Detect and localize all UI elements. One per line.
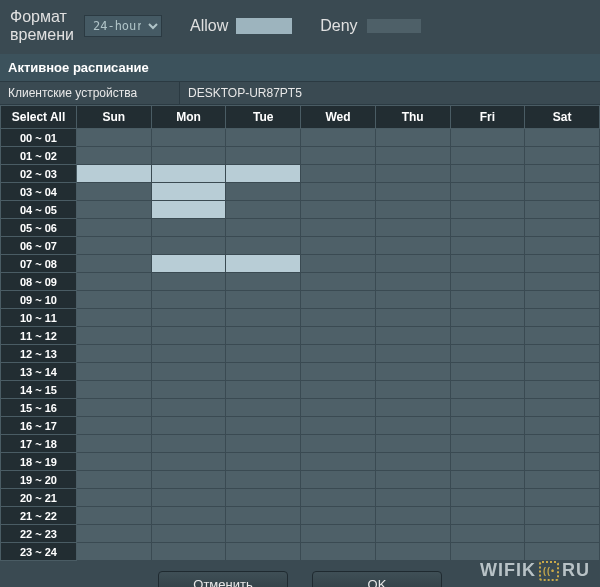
schedule-cell[interactable] [375, 219, 450, 237]
schedule-cell[interactable] [151, 345, 226, 363]
time-row-label[interactable]: 18 ~ 19 [1, 453, 77, 471]
time-row-label[interactable]: 13 ~ 14 [1, 363, 77, 381]
schedule-cell[interactable] [151, 291, 226, 309]
schedule-cell[interactable] [525, 507, 600, 525]
schedule-cell[interactable] [301, 507, 376, 525]
time-row-label[interactable]: 22 ~ 23 [1, 525, 77, 543]
schedule-cell[interactable] [151, 273, 226, 291]
schedule-cell[interactable] [450, 147, 525, 165]
time-format-select[interactable]: 24-hour [84, 15, 162, 37]
schedule-cell[interactable] [77, 417, 152, 435]
client-device-name[interactable]: DESKTOP-UR87PT5 [180, 82, 600, 104]
schedule-cell[interactable] [301, 201, 376, 219]
schedule-cell[interactable] [77, 129, 152, 147]
schedule-cell[interactable] [525, 525, 600, 543]
schedule-cell[interactable] [77, 471, 152, 489]
schedule-cell[interactable] [375, 255, 450, 273]
schedule-cell[interactable] [375, 147, 450, 165]
schedule-cell[interactable] [301, 219, 376, 237]
schedule-cell[interactable] [525, 471, 600, 489]
schedule-cell[interactable] [77, 183, 152, 201]
schedule-cell[interactable] [77, 273, 152, 291]
time-row-label[interactable]: 14 ~ 15 [1, 381, 77, 399]
schedule-cell[interactable] [450, 327, 525, 345]
schedule-cell[interactable] [450, 543, 525, 561]
schedule-cell[interactable] [450, 255, 525, 273]
schedule-cell[interactable] [77, 435, 152, 453]
schedule-cell[interactable] [525, 543, 600, 561]
schedule-cell[interactable] [226, 345, 301, 363]
schedule-cell[interactable] [151, 255, 226, 273]
time-row-label[interactable]: 01 ~ 02 [1, 147, 77, 165]
schedule-cell[interactable] [375, 165, 450, 183]
schedule-cell[interactable] [77, 507, 152, 525]
day-header[interactable]: Wed [301, 106, 376, 129]
schedule-cell[interactable] [450, 381, 525, 399]
schedule-cell[interactable] [151, 525, 226, 543]
schedule-cell[interactable] [301, 543, 376, 561]
schedule-cell[interactable] [151, 309, 226, 327]
schedule-cell[interactable] [450, 183, 525, 201]
schedule-cell[interactable] [301, 291, 376, 309]
schedule-cell[interactable] [301, 453, 376, 471]
schedule-cell[interactable] [226, 525, 301, 543]
schedule-cell[interactable] [226, 183, 301, 201]
schedule-cell[interactable] [226, 435, 301, 453]
schedule-cell[interactable] [226, 309, 301, 327]
schedule-cell[interactable] [525, 219, 600, 237]
schedule-cell[interactable] [226, 381, 301, 399]
schedule-cell[interactable] [226, 165, 301, 183]
schedule-cell[interactable] [450, 309, 525, 327]
schedule-cell[interactable] [525, 327, 600, 345]
schedule-cell[interactable] [375, 417, 450, 435]
schedule-cell[interactable] [77, 147, 152, 165]
schedule-cell[interactable] [77, 363, 152, 381]
schedule-cell[interactable] [525, 309, 600, 327]
schedule-cell[interactable] [450, 507, 525, 525]
schedule-cell[interactable] [375, 327, 450, 345]
schedule-cell[interactable] [301, 363, 376, 381]
schedule-cell[interactable] [450, 165, 525, 183]
schedule-cell[interactable] [450, 525, 525, 543]
schedule-cell[interactable] [151, 363, 226, 381]
schedule-cell[interactable] [226, 453, 301, 471]
schedule-cell[interactable] [77, 291, 152, 309]
schedule-cell[interactable] [226, 147, 301, 165]
schedule-cell[interactable] [375, 183, 450, 201]
time-row-label[interactable]: 08 ~ 09 [1, 273, 77, 291]
schedule-cell[interactable] [151, 471, 226, 489]
schedule-cell[interactable] [450, 489, 525, 507]
schedule-cell[interactable] [77, 381, 152, 399]
schedule-cell[interactable] [375, 237, 450, 255]
time-row-label[interactable]: 04 ~ 05 [1, 201, 77, 219]
schedule-cell[interactable] [450, 237, 525, 255]
schedule-cell[interactable] [525, 129, 600, 147]
schedule-cell[interactable] [77, 489, 152, 507]
schedule-cell[interactable] [301, 399, 376, 417]
schedule-cell[interactable] [151, 237, 226, 255]
schedule-cell[interactable] [450, 453, 525, 471]
schedule-cell[interactable] [375, 435, 450, 453]
schedule-cell[interactable] [375, 453, 450, 471]
time-row-label[interactable]: 12 ~ 13 [1, 345, 77, 363]
schedule-cell[interactable] [151, 165, 226, 183]
schedule-cell[interactable] [226, 255, 301, 273]
schedule-cell[interactable] [226, 417, 301, 435]
schedule-cell[interactable] [450, 435, 525, 453]
schedule-cell[interactable] [151, 219, 226, 237]
schedule-cell[interactable] [450, 219, 525, 237]
schedule-cell[interactable] [375, 525, 450, 543]
schedule-cell[interactable] [525, 435, 600, 453]
schedule-cell[interactable] [450, 399, 525, 417]
schedule-cell[interactable] [375, 129, 450, 147]
select-all-header[interactable]: Select All [1, 106, 77, 129]
time-row-label[interactable]: 19 ~ 20 [1, 471, 77, 489]
schedule-cell[interactable] [151, 327, 226, 345]
schedule-cell[interactable] [301, 381, 376, 399]
day-header[interactable]: Thu [375, 106, 450, 129]
day-header[interactable]: Mon [151, 106, 226, 129]
schedule-cell[interactable] [226, 219, 301, 237]
schedule-cell[interactable] [226, 471, 301, 489]
time-row-label[interactable]: 23 ~ 24 [1, 543, 77, 561]
schedule-cell[interactable] [151, 543, 226, 561]
